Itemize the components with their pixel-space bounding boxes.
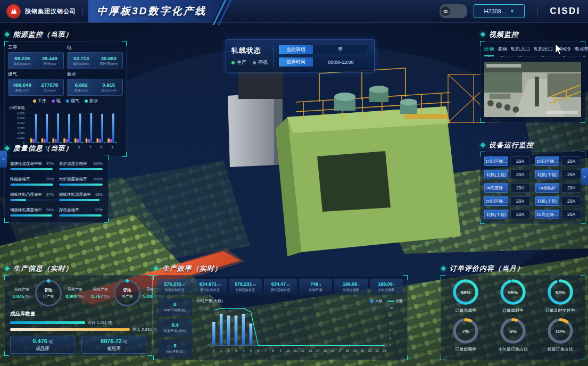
panel-production-header: ❖ 生产信息（实时）	[4, 264, 152, 273]
corner-bracket	[122, 152, 127, 157]
efficiency-card: 196.86t当前过钢量	[334, 279, 367, 295]
svg-text:22: 22	[375, 349, 378, 352]
quality-item: 装炉温度合格率100%	[59, 161, 103, 170]
video-tab[interactable]: 电动热…	[575, 46, 588, 54]
quality-item-label: 出炉温度合格率	[59, 177, 87, 182]
energy-group-box: 52.713单耗(kWh/t)30.683累计(万kWh)	[67, 52, 123, 69]
quality-bar-fill	[10, 199, 26, 201]
stock-bar-fill	[10, 321, 85, 324]
quality-item-row: 装炉温度合格率100%	[59, 161, 103, 167]
side-stat-value: 8.4	[171, 322, 178, 328]
quality-item: 钢板终轧厚度命中96%	[10, 207, 54, 217]
energy-metric-label: 单耗(m³/t)	[9, 88, 36, 93]
stock-bar-label: 今日 1,481 吨	[88, 320, 112, 326]
hour-output-chart: 1200108642001234567891011121314151617181…	[196, 304, 403, 357]
video-tabs: 出钢装钢轧机入口轧机出口中间冷电动热…	[484, 46, 581, 56]
panel-devices-header: ❖ 设备运行监控	[480, 140, 585, 150]
panel-production: ❖ 生产信息（实时） 实际产量0.045万吨0%日产量目标产量0.900万吨实际…	[4, 264, 152, 356]
energy-metric-value: 68.226	[9, 55, 36, 61]
device-row: 轧机(上辊)20A轧机(下辊)20A	[484, 170, 581, 179]
order-donut: 98%订单完成率	[442, 278, 490, 313]
panel-quality: ❖ 质量信息（当班） 超快冷温度命中率97%装炉温度合格率100%性能合格率99…	[4, 144, 109, 223]
quality-item-row: 钢板终轧凸度命中37%	[10, 192, 54, 197]
quality-item: 钢板终轧凸度命中37%	[10, 192, 54, 201]
company-name: 陕钢集团汉钢公司	[25, 7, 76, 15]
svg-text:6: 6	[258, 349, 259, 352]
quality-box: 超快冷温度命中率97%装炉温度合格率100%性能合格率99%出炉温度合格率100…	[4, 155, 109, 223]
svg-text:120: 120	[204, 307, 209, 310]
device-rows: 1#轧区辅…20A2#轧区辅…20A轧机(上辊)20A轧机(下辊)20A2#高压…	[484, 156, 581, 219]
device-current-value: 20A	[561, 170, 581, 179]
legend-label: 新水	[89, 98, 98, 104]
efficiency-card-label: 小时过钢量	[378, 288, 394, 293]
actual-output-value: 0.045万吨	[10, 294, 34, 300]
energy-group-name: 工序	[8, 45, 64, 51]
quality-item-label: 钢板终轧凸度命中	[10, 192, 42, 197]
energy-metric: 30.683累计(万kWh)	[95, 55, 123, 66]
quality-item-value: 37%	[46, 193, 54, 196]
corner-bracket	[581, 152, 585, 156]
quality-bar-track	[59, 184, 103, 186]
energy-group: 工序68.226单耗(kgce/t)39.449累计(tce)	[8, 45, 64, 69]
energy-chart-label: 小时单耗	[9, 105, 123, 111]
visibility-toggle[interactable]	[440, 4, 467, 18]
camera-select-dropdown[interactable]: H2309... ▼	[474, 4, 525, 18]
cctv-frame	[484, 62, 581, 117]
quality-item-value: 93%	[95, 193, 103, 196]
order-donut: 7%订单超期率	[442, 317, 490, 352]
corner-bracket	[4, 275, 9, 280]
header-actions: H2309... ▼ CISDI	[440, 4, 581, 18]
panel-title: 生产信息（实时）	[13, 264, 73, 273]
svg-text:11: 11	[294, 349, 297, 352]
video-tab[interactable]: 轧机出口	[534, 46, 553, 54]
svg-text:8: 8	[390, 314, 391, 317]
video-tab[interactable]: 装钢	[498, 46, 507, 54]
gauge-percent: 0%	[123, 287, 131, 293]
quality-bar-fill	[59, 214, 102, 217]
energy-metric-label: 单耗(m³/t)	[68, 88, 95, 93]
side-stat-value: 8	[173, 301, 176, 307]
production-gauge-group: 实际产量0.045万吨0%日产量目标产量0.900万吨	[10, 280, 87, 306]
cctv-video-feed[interactable]	[484, 62, 581, 117]
legend-item: 工序	[33, 98, 46, 104]
video-tab[interactable]: 轧机入口	[511, 46, 530, 54]
legend-label: 工序	[38, 98, 46, 104]
svg-text:9: 9	[280, 349, 281, 352]
energy-metric-label: 累计(万kWh)	[95, 62, 123, 66]
status-legend-item: 停机	[253, 59, 268, 66]
corner-bracket	[581, 275, 585, 280]
energy-box: 工序68.226单耗(kgce/t)39.449累计(tce)电52.713单耗…	[4, 41, 127, 157]
device-cell: 1#轧区辅…20A	[484, 156, 530, 166]
order-donut-label: 订单超期率	[455, 346, 476, 352]
order-donut: 95%订单成材率	[490, 278, 537, 313]
video-tab[interactable]: 出钢	[484, 46, 494, 54]
efficiency-side-stat: 8待轧坯数(块)	[158, 339, 192, 357]
actual-output-value: 0.767万吨	[89, 294, 112, 300]
device-label: 2#轧区辅…	[484, 196, 508, 206]
device-cell: 2#高压除…20A	[535, 210, 581, 219]
energy-metric: 52.713单耗(kWh/t)	[68, 55, 95, 66]
energy-group: 电52.713单耗(kWh/t)30.683累计(万kWh)	[67, 45, 123, 69]
device-cell: 2#轧区辅…20A	[535, 156, 581, 166]
gauge-percent: 0%	[45, 287, 52, 293]
quality-item-label: 装炉温度合格率	[59, 161, 87, 167]
collapse-left-handle[interactable]: «	[0, 151, 7, 168]
legend-dot	[66, 99, 69, 103]
efficiency-card-label: 累计运输长度	[270, 288, 290, 293]
device-current-value: 20A	[510, 210, 530, 219]
quality-item-value: 97%	[46, 162, 54, 165]
quality-bar-fill	[59, 184, 103, 186]
energy-group-box: 486.040单耗(m³/t)277578总计(m³)	[8, 79, 64, 96]
target-output-label: 目标产量	[63, 287, 87, 292]
device-current-value: 20A	[510, 183, 530, 193]
collapse-right-handle[interactable]: »	[581, 168, 588, 185]
svg-text:20: 20	[361, 349, 364, 352]
chevron-down-icon: ▼	[510, 9, 515, 14]
corner-bracket	[403, 275, 408, 280]
camera-select-value: H2309...	[484, 8, 506, 14]
efficiency-card-value: 188.06t	[378, 281, 394, 287]
gauge-ring: 0%月产量	[114, 280, 140, 306]
svg-text:17: 17	[338, 349, 342, 352]
energy-metric-value: 277578	[36, 82, 64, 88]
status-legend-item: 生产	[231, 59, 246, 66]
